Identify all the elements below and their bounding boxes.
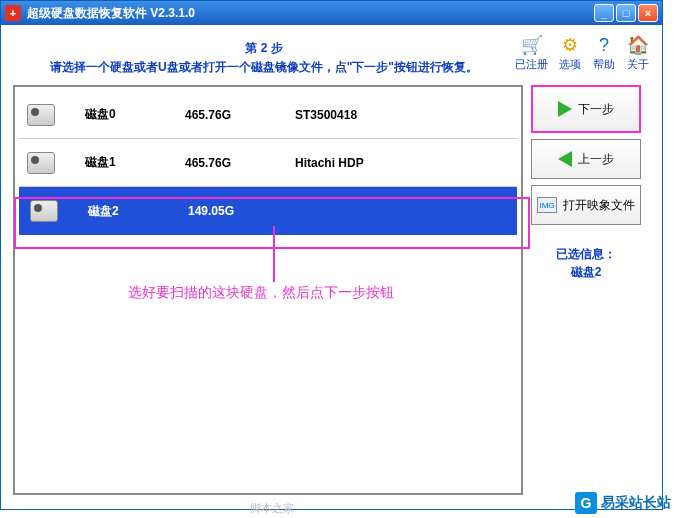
arrow-right-icon <box>558 101 572 117</box>
side-panel: 下一步 上一步 IMG 打开映象文件 已选信息： 磁盘2 <box>531 85 641 495</box>
maximize-button[interactable]: □ <box>616 4 636 22</box>
content-area: 第 2 步 请选择一个硬盘或者U盘或者打开一个磁盘镜像文件，点"下一步"按钮进行… <box>1 25 662 503</box>
selected-info: 已选信息： 磁盘2 <box>531 245 641 281</box>
site-watermark: G 易采站长站 <box>575 492 671 514</box>
button-label: 打开映象文件 <box>563 197 635 214</box>
top-row: 第 2 步 请选择一个硬盘或者U盘或者打开一个磁盘镜像文件，点"下一步"按钮进行… <box>13 33 650 77</box>
annotation-text: 选好要扫描的这块硬盘，然后点下一步按钮 <box>128 284 394 302</box>
next-button[interactable]: 下一步 <box>531 85 641 133</box>
toolbar: 🛒 已注册 ⚙ 选项 ? 帮助 🏠 关于 <box>515 33 650 77</box>
disk-name: 磁盘0 <box>85 106 155 123</box>
minimize-button[interactable]: _ <box>594 4 614 22</box>
open-image-button[interactable]: IMG 打开映象文件 <box>531 185 641 225</box>
instructions: 第 2 步 请选择一个硬盘或者U盘或者打开一个磁盘镜像文件，点"下一步"按钮进行… <box>13 33 515 77</box>
disk-model: ST3500418 <box>295 108 357 122</box>
window-controls: _ □ × <box>594 4 658 22</box>
disk-model: Hitachi HDP <box>295 156 364 170</box>
disk-row[interactable]: 磁盘1 465.76G Hitachi HDP <box>19 139 517 187</box>
toolbar-label: 已注册 <box>515 57 548 72</box>
disk-row-selected[interactable]: 磁盘2 149.05G <box>19 187 517 235</box>
toolbar-label: 关于 <box>627 57 649 72</box>
titlebar: + 超级硬盘数据恢复软件 V2.3.1.0 _ □ × <box>1 1 662 25</box>
arrow-left-icon <box>558 151 572 167</box>
disk-size: 149.05G <box>188 204 268 218</box>
button-label: 上一步 <box>578 151 614 168</box>
toolbar-registered[interactable]: 🛒 已注册 <box>515 33 548 77</box>
disk-size: 465.76G <box>185 156 265 170</box>
disk-name: 磁盘2 <box>88 203 158 220</box>
help-icon: ? <box>592 33 616 57</box>
toolbar-options[interactable]: ⚙ 选项 <box>558 33 582 77</box>
disk-size: 465.76G <box>185 108 265 122</box>
watermark-text: 易采站长站 <box>601 494 671 512</box>
cart-icon: 🛒 <box>520 33 544 57</box>
step-label: 第 2 步 <box>13 39 515 58</box>
toolbar-label: 帮助 <box>593 57 615 72</box>
button-label: 下一步 <box>578 101 614 118</box>
watermark-icon: G <box>575 492 597 514</box>
toolbar-label: 选项 <box>559 57 581 72</box>
disk-icon <box>30 200 58 222</box>
selected-value: 磁盘2 <box>531 263 641 281</box>
prev-button[interactable]: 上一步 <box>531 139 641 179</box>
selected-label: 已选信息： <box>531 245 641 263</box>
disk-row[interactable]: 磁盘0 465.76G ST3500418 <box>19 91 517 139</box>
gear-icon: ⚙ <box>558 33 582 57</box>
home-icon: 🏠 <box>626 33 650 57</box>
window-title: 超级硬盘数据恢复软件 V2.3.1.0 <box>27 5 594 22</box>
app-window: + 超级硬盘数据恢复软件 V2.3.1.0 _ □ × 第 2 步 请选择一个硬… <box>0 0 663 510</box>
step-text: 请选择一个硬盘或者U盘或者打开一个磁盘镜像文件，点"下一步"按钮进行恢复。 <box>13 58 515 77</box>
disk-icon <box>27 104 55 126</box>
toolbar-about[interactable]: 🏠 关于 <box>626 33 650 77</box>
close-button[interactable]: × <box>638 4 658 22</box>
footer-watermark-text: 脚本之家 <box>250 501 294 516</box>
disk-icon <box>27 152 55 174</box>
disk-name: 磁盘1 <box>85 154 155 171</box>
toolbar-help[interactable]: ? 帮助 <box>592 33 616 77</box>
image-file-icon: IMG <box>537 197 557 213</box>
app-icon: + <box>5 5 21 21</box>
